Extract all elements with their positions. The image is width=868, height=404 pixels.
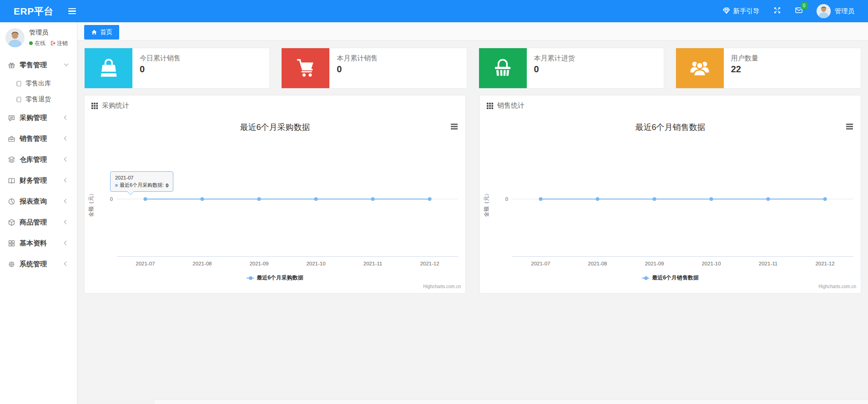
sidebar-item-reports[interactable]: 报表查询 (0, 191, 77, 212)
sidebar-item-purchase[interactable]: 采购管理 (0, 107, 77, 128)
user-menu[interactable]: 管理员 (817, 4, 855, 18)
avatar[interactable] (5, 28, 25, 47)
svg-text:2021-10: 2021-10 (306, 261, 325, 266)
chevron-left-icon (64, 136, 69, 141)
chevron-left-icon (64, 115, 69, 120)
main-content: 首页 今日累计销售 0 (77, 22, 868, 404)
chart-legend: 最近6个月销售数据 (480, 274, 861, 282)
stat-card-today-sales: 今日累计销售 0 (84, 48, 270, 89)
tab-home[interactable]: 首页 (84, 25, 119, 40)
charts-row: 采购统计 02021-072021-082021-092021-102021-1… (84, 95, 861, 294)
stat-value: 0 (534, 64, 575, 75)
svg-text:2021-12: 2021-12 (420, 261, 439, 266)
sidebar-user-block: 管理员 在线 注销 (0, 22, 77, 53)
panel-title: 采购统计 (102, 101, 129, 110)
highcharts-credit[interactable]: Highcharts.com.cn (818, 284, 856, 289)
retail-submenu: 零售出库 零售退货 (0, 75, 77, 107)
sales-chart-plot[interactable]: 02021-072021-082021-092021-102021-112021… (480, 116, 861, 293)
svg-text:2021-07: 2021-07 (136, 261, 155, 266)
username-label: 管理员 (835, 7, 855, 15)
sidebar-item-system[interactable]: 系统管理 (0, 254, 77, 274)
stat-value: 0 (140, 64, 181, 75)
basket-icon (479, 48, 527, 88)
stat-card-month-sales: 本月累计销售 0 (281, 48, 467, 89)
svg-text:2021-12: 2021-12 (815, 261, 834, 266)
purchase-stats-panel: 采购统计 02021-072021-082021-092021-102021-1… (84, 95, 466, 294)
fullscreen-button[interactable] (773, 6, 781, 16)
sidebar-toggle-button[interactable] (68, 8, 76, 14)
stat-card-month-purchase: 本月累计进货 0 (479, 48, 664, 89)
line-marker-icon (247, 276, 254, 280)
tab-home-label: 首页 (100, 28, 112, 36)
svg-text:0: 0 (110, 196, 113, 202)
sidebar-item-retail[interactable]: 零售管理 (0, 55, 77, 75)
chart-legend: 最近6个月采购数据 (85, 274, 465, 282)
tab-bar: 首页 (77, 22, 868, 41)
chevron-left-icon (64, 241, 69, 245)
stat-label: 本月累计销售 (337, 54, 378, 63)
sidebar-username: 管理员 (29, 29, 68, 37)
message-count-badge: 0 (801, 2, 808, 9)
chart-context-menu-button[interactable] (449, 122, 459, 131)
gear-icon (8, 260, 15, 268)
bag-icon (85, 48, 132, 88)
sales-stats-panel: 销售统计 02021-072021-082021-092021-102021-1… (479, 95, 861, 294)
svg-text:2021-09: 2021-09 (249, 261, 268, 266)
purchase-chart-plot[interactable]: 02021-072021-082021-092021-102021-112021… (85, 116, 465, 293)
cart-icon (282, 48, 329, 88)
newbie-guide-button[interactable]: 新手引导 (723, 7, 760, 15)
stat-card-user-count: 用户数量 22 (676, 48, 861, 89)
sidebar-item-retail-outbound[interactable]: 零售出库 (0, 75, 77, 91)
chevron-left-icon (64, 199, 69, 204)
users-icon (676, 48, 724, 88)
panel-title: 销售统计 (497, 101, 525, 110)
online-status-label: 在线 (35, 40, 45, 47)
top-navbar: ERP平台 新手引导 0 (0, 0, 868, 22)
sidebar-item-sales[interactable]: 销售管理 (0, 128, 77, 149)
sidebar-item-products[interactable]: 商品管理 (0, 212, 77, 233)
th-grid-icon (487, 103, 493, 109)
gift-icon (8, 61, 15, 69)
sidebar-item-finance[interactable]: 财务管理 (0, 170, 77, 191)
purchase-chart: 02021-072021-082021-092021-102021-112021… (85, 116, 465, 293)
line-marker-icon (642, 276, 649, 280)
th-grid-icon (91, 103, 98, 109)
chevron-left-icon (64, 157, 69, 162)
pie-chart-icon (8, 198, 15, 205)
journal-icon (15, 96, 22, 103)
chevron-down-icon (64, 62, 69, 66)
svg-text:0: 0 (505, 196, 508, 202)
chart-context-menu-button[interactable] (845, 122, 854, 131)
box-icon (8, 219, 15, 226)
app-brand: ERP平台 (14, 5, 54, 18)
stat-label: 今日累计销售 (140, 54, 181, 63)
chevron-left-icon (64, 262, 69, 266)
chevron-left-icon (64, 220, 69, 224)
legend-item[interactable]: 最近6个月销售数据 (642, 274, 699, 282)
logout-link[interactable]: 注销 (50, 40, 68, 47)
highcharts-credit[interactable]: Highcharts.com.cn (423, 284, 461, 289)
sidebar-item-retail-return[interactable]: 零售退货 (0, 91, 77, 107)
journal-icon (15, 80, 22, 87)
sales-chart: 02021-072021-082021-092021-102021-112021… (480, 116, 861, 293)
sidebar-item-basic-data[interactable]: 基本资料 (0, 233, 77, 254)
briefcase-icon (8, 135, 15, 143)
legend-item[interactable]: 最近6个月采购数据 (247, 274, 303, 282)
svg-text:2021-08: 2021-08 (192, 261, 212, 266)
sidebar-menu: 零售管理 零售出库 (0, 55, 77, 274)
sidebar-item-label: 零售管理 (20, 61, 47, 70)
book-open-icon (8, 177, 15, 185)
panel-header: 采购统计 (85, 95, 465, 116)
sidebar-item-warehouse[interactable]: 仓库管理 (0, 149, 77, 170)
stat-value: 22 (731, 64, 758, 75)
gem-icon (723, 7, 730, 15)
svg-text:2021-09: 2021-09 (645, 261, 664, 266)
online-dot-icon (29, 41, 33, 45)
messages-button[interactable]: 0 (795, 6, 803, 16)
svg-text:2021-08: 2021-08 (588, 261, 607, 266)
avatar (817, 4, 831, 18)
svg-text:2021-11: 2021-11 (363, 261, 382, 266)
stat-label: 本月累计进货 (534, 54, 575, 63)
svg-text:2021-11: 2021-11 (759, 261, 777, 266)
stat-cards-row: 今日累计销售 0 本月累计销售 0 (84, 48, 861, 89)
